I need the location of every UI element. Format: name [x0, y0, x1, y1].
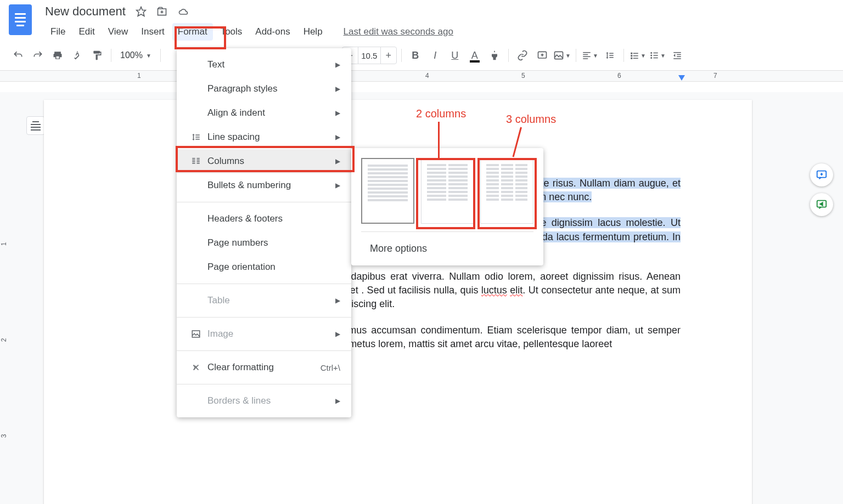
toolbar: 100% ▼ − + B I U A ▼ ▼ ▼ ▼	[0, 41, 843, 71]
image-button[interactable]: ▼	[553, 46, 571, 65]
menu-edit[interactable]: Edit	[73, 23, 100, 41]
format-menu-text[interactable]: Text▶	[177, 53, 351, 77]
columns-more-options[interactable]: More options	[361, 239, 533, 259]
svg-rect-11	[197, 160, 200, 161]
format-menu-clear-formatting[interactable]: TClear formattingCtrl+\	[177, 355, 351, 380]
zoom-select[interactable]: 100% ▼	[116, 50, 156, 60]
menu-shortcut: Ctrl+\	[321, 363, 340, 372]
redo-button[interactable]	[29, 46, 47, 65]
add-comment-fab[interactable]	[810, 163, 833, 186]
format-menu-table: Table▶	[177, 288, 351, 313]
format-menu-headers-footers[interactable]: Headers & footers	[177, 207, 351, 231]
svg-point-4	[650, 55, 652, 56]
menu-item-label: Paragraph styles	[207, 83, 335, 94]
chevron-right-icon: ▶	[335, 85, 340, 93]
columns-submenu: More options	[351, 148, 543, 265]
bullet-list-button[interactable]: ▼	[648, 46, 667, 65]
menu-item-label: Columns	[207, 156, 335, 167]
chevron-right-icon: ▶	[335, 157, 340, 165]
menu-item-label: Table	[207, 295, 335, 306]
menu-view[interactable]: View	[103, 23, 134, 41]
checklist-button[interactable]: ▼	[628, 46, 647, 65]
menu-item-label: Clear formatting	[207, 362, 321, 373]
menu-item-label: Text	[207, 59, 335, 70]
highlight-button[interactable]	[485, 46, 504, 65]
format-menu-line-spacing[interactable]: Line spacing▶	[177, 125, 351, 149]
chevron-right-icon: ▶	[335, 182, 340, 189]
chevron-right-icon: ▶	[335, 330, 340, 338]
annotation-2col-label: 2 columns	[416, 107, 466, 120]
menu-item-label: Align & indent	[207, 107, 335, 118]
docs-logo-icon[interactable]	[9, 4, 32, 35]
svg-marker-0	[136, 7, 145, 16]
ruler-indent-marker[interactable]	[678, 75, 685, 81]
menu-item-label: Line spacing	[207, 132, 335, 143]
columns-icon	[188, 156, 204, 166]
format-menu-image: Image▶	[177, 322, 351, 346]
annotation-3col-label: 3 columns	[506, 113, 556, 126]
svg-rect-10	[197, 158, 200, 159]
spellcheck-button[interactable]	[68, 46, 87, 65]
columns-option-3[interactable]	[480, 158, 533, 224]
line-spacing-button[interactable]	[600, 46, 619, 65]
header: New document File Edit View Insert Forma…	[0, 0, 843, 41]
menu-item-label: Bullets & numbering	[207, 180, 335, 191]
italic-button[interactable]: I	[426, 46, 445, 65]
chevron-right-icon: ▶	[335, 109, 340, 117]
last-edit-link[interactable]: Last edit was seconds ago	[344, 26, 453, 37]
menu-item-label: Page numbers	[207, 237, 340, 248]
chevron-right-icon: ▶	[335, 297, 340, 304]
svg-rect-13	[197, 163, 200, 164]
format-menu-page-numbers[interactable]: Page numbers	[177, 231, 351, 255]
format-menu-columns[interactable]: Columns▶	[177, 149, 351, 173]
svg-rect-12	[197, 161, 200, 162]
menu-format[interactable]: Format	[172, 23, 213, 41]
chevron-right-icon: ▶	[335, 61, 340, 69]
comment-button[interactable]	[533, 46, 552, 65]
move-icon[interactable]	[156, 6, 167, 17]
columns-option-1[interactable]	[361, 158, 414, 224]
cloud-icon[interactable]	[177, 6, 189, 17]
menu-tools[interactable]: Tools	[215, 23, 248, 41]
text-color-button[interactable]: A	[465, 46, 484, 65]
format-menu-bullets-numbering[interactable]: Bullets & numbering▶	[177, 173, 351, 197]
font-size-increase[interactable]: +	[381, 47, 396, 64]
menu-addons[interactable]: Add-ons	[250, 23, 295, 41]
outline-toggle-button[interactable]	[26, 116, 45, 135]
format-dropdown: Text▶Paragraph styles▶Align & indent▶Lin…	[177, 48, 351, 417]
format-menu-page-orientation[interactable]: Page orientation	[177, 255, 351, 279]
undo-button[interactable]	[9, 46, 27, 65]
menu-help[interactable]: Help	[298, 23, 328, 41]
font-size-input[interactable]	[358, 47, 381, 64]
bold-button[interactable]: B	[406, 46, 425, 65]
format-menu-paragraph-styles[interactable]: Paragraph styles▶	[177, 77, 351, 101]
suggest-edit-fab[interactable]	[810, 193, 833, 216]
underline-button[interactable]: U	[446, 46, 464, 65]
menu-item-label: Page orientation	[207, 262, 340, 273]
star-icon[interactable]	[136, 6, 147, 17]
vertical-ruler[interactable]: 1 2 3	[0, 92, 13, 504]
format-menu-align-indent[interactable]: Align & indent▶	[177, 101, 351, 125]
chevron-right-icon: ▶	[335, 397, 340, 405]
paint-format-button[interactable]	[88, 46, 106, 65]
svg-point-5	[650, 57, 652, 59]
menu-item-label: Borders & lines	[207, 395, 335, 406]
document-title[interactable]: New document	[45, 4, 126, 19]
link-button[interactable]	[513, 46, 532, 65]
line-spacing-icon	[188, 132, 204, 142]
columns-option-2[interactable]	[421, 158, 474, 224]
align-button[interactable]: ▼	[581, 46, 599, 65]
menu-item-label: Headers & footers	[207, 213, 340, 224]
zoom-value: 100%	[120, 50, 143, 60]
horizontal-ruler[interactable]: 1 2 3 4 5 6 7	[0, 71, 843, 82]
indent-decrease-button[interactable]	[668, 46, 687, 65]
annotation-2col-line	[438, 122, 440, 158]
chevron-down-icon: ▼	[146, 53, 151, 59]
svg-rect-6	[192, 158, 195, 159]
svg-rect-8	[192, 161, 195, 162]
menu-file[interactable]: File	[45, 23, 71, 41]
image-icon	[188, 329, 204, 339]
menu-insert[interactable]: Insert	[136, 23, 170, 41]
svg-rect-7	[192, 160, 195, 161]
print-button[interactable]	[48, 46, 67, 65]
